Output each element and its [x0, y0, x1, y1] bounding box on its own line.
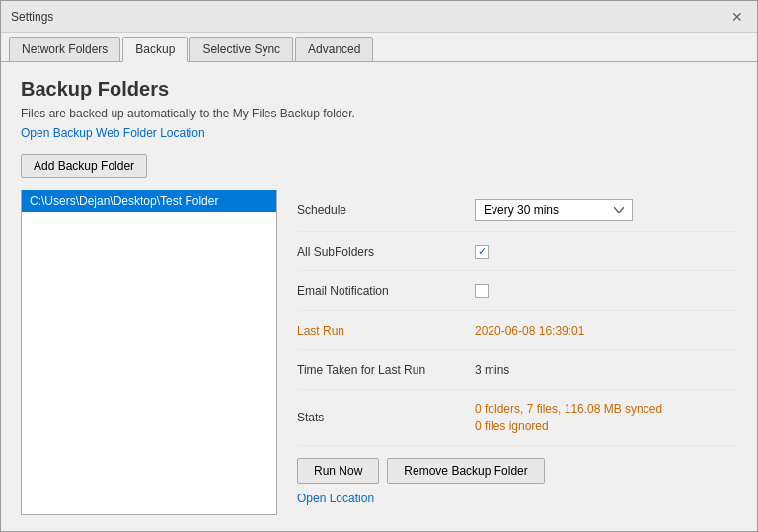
last-run-label: Last Run: [297, 324, 475, 338]
email-label: Email Notification: [297, 284, 475, 298]
stats-label: Stats: [297, 411, 475, 424]
subfolders-row: All SubFolders: [297, 232, 737, 271]
time-taken-row: Time Taken for Last Run 3 mins: [297, 350, 737, 390]
open-location-link[interactable]: Open Location: [297, 492, 737, 505]
tab-selective-sync[interactable]: Selective Sync: [190, 37, 293, 61]
folder-list[interactable]: C:\Users\Dejan\Desktop\Test Folder: [21, 190, 277, 515]
folder-list-item[interactable]: C:\Users\Dejan\Desktop\Test Folder: [22, 190, 276, 212]
settings-window: Settings ✕ Network Folders Backup Select…: [0, 0, 758, 532]
tab-backup[interactable]: Backup: [122, 37, 188, 62]
title-bar: Settings ✕: [1, 1, 757, 33]
remove-backup-folder-button[interactable]: Remove Backup Folder: [387, 458, 544, 484]
close-button[interactable]: ✕: [727, 7, 747, 27]
subfolders-label: All SubFolders: [297, 245, 475, 259]
stats-row: Stats 0 folders, 7 files, 116.08 MB sync…: [297, 390, 737, 446]
time-taken-value: 3 mins: [475, 363, 737, 377]
stats-value: 0 folders, 7 files, 116.08 MB synced 0 f…: [475, 400, 662, 435]
email-checkbox[interactable]: [475, 284, 489, 298]
email-notification-row: Email Notification: [297, 271, 737, 311]
stats-line1: 0 folders, 7 files, 116.08 MB synced: [475, 400, 662, 418]
window-title: Settings: [11, 10, 53, 24]
page-title: Backup Folders: [21, 78, 737, 101]
main-area: C:\Users\Dejan\Desktop\Test Folder Sched…: [21, 190, 737, 515]
schedule-select[interactable]: Every 15 mins Every 30 mins Every hour E…: [475, 199, 633, 221]
tab-bar: Network Folders Backup Selective Sync Ad…: [1, 33, 757, 62]
tab-network-folders[interactable]: Network Folders: [9, 37, 120, 61]
run-now-button[interactable]: Run Now: [297, 458, 379, 484]
time-taken-label: Time Taken for Last Run: [297, 363, 475, 377]
subfolders-checkbox[interactable]: [475, 245, 489, 259]
stats-line2: 0 files ignored: [475, 418, 662, 435]
open-backup-link[interactable]: Open Backup Web Folder Location: [21, 126, 737, 140]
schedule-label: Schedule: [297, 203, 475, 217]
action-buttons: Run Now Remove Backup Folder: [297, 458, 737, 484]
add-backup-folder-button[interactable]: Add Backup Folder: [21, 154, 147, 178]
last-run-value: 2020-06-08 16:39:01: [475, 324, 737, 338]
content-area: Backup Folders Files are backed up autom…: [1, 62, 757, 531]
tab-advanced[interactable]: Advanced: [295, 37, 373, 61]
schedule-row: Schedule Every 15 mins Every 30 mins Eve…: [297, 190, 737, 232]
last-run-row: Last Run 2020-06-08 16:39:01: [297, 311, 737, 350]
settings-panel: Schedule Every 15 mins Every 30 mins Eve…: [297, 190, 737, 515]
page-description: Files are backed up automatically to the…: [21, 107, 737, 120]
